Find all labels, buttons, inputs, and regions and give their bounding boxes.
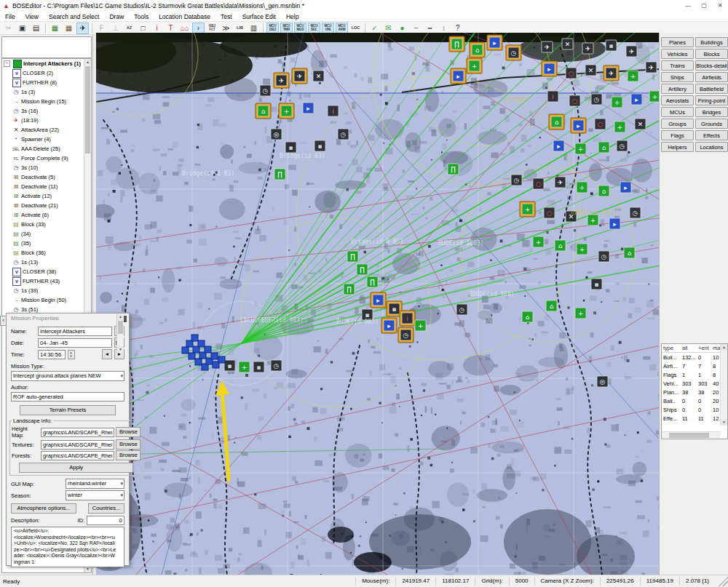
- blue-icon[interactable]: ▸: [303, 103, 314, 113]
- clock-icon[interactable]: ◷: [591, 94, 602, 105]
- table-row[interactable]: Airfi...778: [662, 362, 727, 370]
- blue-icon[interactable]: ▸: [542, 61, 557, 76]
- green-icon[interactable]: +: [533, 236, 544, 247]
- tree-item[interactable]: ▤Block (36): [2, 248, 91, 257]
- time-spinner[interactable]: ▲▼: [68, 350, 75, 359]
- bridge-icon[interactable]: ∏: [274, 169, 285, 180]
- info-icon[interactable]: i: [328, 105, 339, 116]
- column-header[interactable]: all: [681, 344, 697, 352]
- plane-icon[interactable]: ✈: [626, 46, 637, 57]
- category-grounds[interactable]: Grounds: [695, 119, 728, 129]
- bridge-icon[interactable]: ∏: [347, 251, 358, 262]
- tree-item[interactable]: *Spawner (4): [2, 135, 91, 144]
- tree-item[interactable]: ⊞Activate (12): [2, 191, 91, 201]
- redc-icon[interactable]: ○: [595, 119, 606, 129]
- redc-icon[interactable]: ○: [566, 68, 577, 79]
- dark-icon[interactable]: ▪: [606, 40, 617, 51]
- house-icon[interactable]: ⌂: [598, 142, 609, 153]
- terrain-presets-button[interactable]: Terrain Presets: [20, 405, 116, 415]
- paste-button[interactable]: ▤: [30, 23, 42, 34]
- time-input[interactable]: 14:30:56: [38, 350, 66, 359]
- map-canvas[interactable]: ∏⌂▸◷+▸◷✈✈✕⌂+▸i◷◎▪▪∏∏✈✕✈▪✈▸○✕✈+✈i○◷+▸+⌂▸○…: [96, 33, 660, 575]
- house-icon[interactable]: ⌂: [555, 240, 566, 251]
- map-viewport[interactable]: ∏⌂▸◷+▸◷✈✈✕⌂+▸i◷◎▪▪∏∏✈✕✈▪✈▸○✕✈+✈i○◷+▸+⌂▸○…: [95, 33, 660, 575]
- category-artillery[interactable]: Artillery: [661, 84, 694, 94]
- plane-icon[interactable]: ✈: [646, 62, 657, 73]
- house-icon[interactable]: ⌂: [546, 300, 557, 311]
- tree-item[interactable]: vCLOSER (2): [2, 68, 91, 78]
- atmosphere-options-button[interactable]: Atmosphere options...: [11, 503, 76, 514]
- house-icon[interactable]: ⌂: [549, 114, 564, 129]
- menu-search-and-select[interactable]: Search and Select: [44, 12, 104, 22]
- house-icon[interactable]: ⌂: [624, 247, 635, 258]
- menu-help[interactable]: Help: [281, 12, 304, 22]
- mission-type-select[interactable]: Intercept ground attack planes NEW: [11, 371, 124, 381]
- scroll-up-icon[interactable]: ▲: [84, 59, 91, 65]
- green-icon[interactable]: +: [628, 71, 638, 81]
- column-header[interactable]: type: [662, 344, 681, 352]
- bridge-icon[interactable]: ∏: [449, 36, 464, 52]
- table-hscrollbar[interactable]: [662, 431, 721, 439]
- category-aerostats[interactable]: Aerostats: [661, 95, 694, 105]
- season-select[interactable]: winter: [66, 490, 124, 500]
- copy-button[interactable]: ▣: [16, 23, 28, 34]
- tree-item[interactable]: →Mission Begin (15): [2, 97, 91, 106]
- category-buildings[interactable]: Buildings: [695, 37, 728, 47]
- plane-tool-button[interactable]: ✈: [76, 23, 89, 34]
- green-icon[interactable]: +: [415, 320, 426, 331]
- tree-item[interactable]: ✈(18:19): [2, 116, 91, 125]
- plane-icon[interactable]: ✈: [274, 73, 289, 88]
- green-icon[interactable]: +: [575, 308, 586, 319]
- category-airfields[interactable]: Airfields: [695, 72, 728, 82]
- tree-item[interactable]: ◷3s (16): [2, 106, 91, 116]
- dark-icon[interactable]: ▪: [224, 360, 235, 371]
- table-row[interactable]: Ships0010: [662, 405, 727, 414]
- tree-item[interactable]: ◷3s (10): [2, 163, 91, 172]
- house-icon[interactable]: ⌂: [256, 103, 271, 119]
- table-row[interactable]: Plan...383820: [662, 388, 727, 396]
- author-input[interactable]: ROF auto-generated: [11, 392, 124, 402]
- clock-icon[interactable]: ◷: [271, 360, 282, 371]
- category-firing-point[interactable]: Firing-point: [695, 95, 728, 105]
- scroll-down-icon[interactable]: ▼: [721, 419, 727, 426]
- gui-map-select[interactable]: rheinland-winter: [66, 479, 124, 489]
- bridge-icon[interactable]: ∏: [344, 284, 355, 295]
- xsq-icon[interactable]: ✕: [562, 39, 573, 49]
- green-icon[interactable]: +: [587, 215, 598, 225]
- tree-item[interactable]: ⊠Deactivate (21): [2, 201, 91, 210]
- terrain-slope-button[interactable]: ▦: [63, 23, 75, 34]
- category-bridges[interactable]: Bridges: [695, 107, 728, 117]
- menu-surface-edit[interactable]: Surface Edit: [237, 12, 281, 22]
- category-ships[interactable]: Ships: [661, 72, 694, 82]
- tree-item[interactable]: −Intercept Attackers (1): [2, 59, 91, 68]
- clock-icon[interactable]: ◷: [456, 304, 467, 315]
- green-icon[interactable]: +: [279, 103, 294, 119]
- category-planes[interactable]: Planes: [661, 37, 694, 47]
- forests-input[interactable]: graphics\LANDSCAPE_Rhei: [41, 451, 114, 460]
- textures-browse-button[interactable]: Browse: [116, 439, 141, 450]
- green-icon[interactable]: +: [577, 182, 587, 193]
- panel-collapse-button[interactable]: ‹: [0, 316, 7, 326]
- green-icon[interactable]: +: [614, 121, 625, 132]
- house-icon[interactable]: ⌂: [598, 185, 609, 196]
- category-helpers[interactable]: Helpers: [661, 142, 694, 152]
- category-effects[interactable]: Effects: [695, 130, 728, 140]
- menu-test[interactable]: Test: [215, 12, 237, 22]
- clock-icon[interactable]: ◷: [598, 251, 609, 262]
- tree-item[interactable]: ⊞Activate (6): [2, 210, 91, 220]
- description-scrollbar[interactable]: ▲ ▼: [116, 314, 124, 353]
- tree-item[interactable]: DELAAA Delete (25): [2, 144, 91, 153]
- category-vehicles[interactable]: Vehicles: [661, 49, 694, 59]
- tree-item[interactable]: ⊠Deactivate (11): [2, 182, 91, 191]
- height-map-input[interactable]: graphics\LANDSCAPE_Rhei: [41, 428, 114, 437]
- scroll-up-icon[interactable]: ▲: [117, 314, 124, 320]
- tree-item[interactable]: ◷1s (13): [2, 257, 91, 267]
- redc-icon[interactable]: ○: [569, 95, 580, 106]
- table-row[interactable]: Buil...132...010: [662, 353, 727, 362]
- blue-icon[interactable]: ▸: [609, 218, 620, 229]
- xsq-icon[interactable]: ✕: [313, 71, 324, 81]
- bridge-icon[interactable]: ∏: [367, 276, 378, 287]
- scroll-down-icon[interactable]: ▼: [117, 346, 124, 353]
- blue-icon[interactable]: ▸: [487, 35, 502, 50]
- house-icon[interactable]: ⌂: [470, 42, 485, 57]
